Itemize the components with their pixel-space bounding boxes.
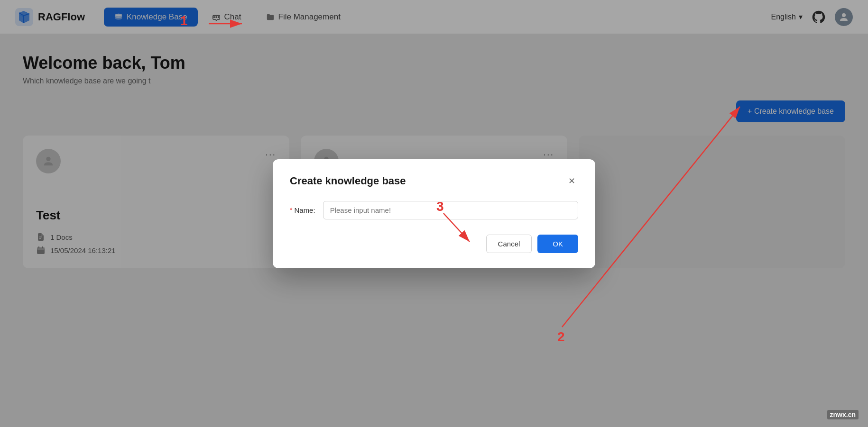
form-label-name: * Name:: [290, 206, 315, 214]
modal-close-button[interactable]: ✕: [565, 174, 578, 188]
modal-header: Create knowledge base ✕: [290, 174, 578, 188]
create-knowledge-base-modal: Create knowledge base ✕ * Name: Cancel O…: [273, 159, 595, 268]
watermark: znwx.cn: [827, 410, 859, 419]
knowledge-base-name-input[interactable]: [323, 201, 578, 219]
modal-body: * Name:: [290, 201, 578, 219]
modal-ok-button[interactable]: OK: [537, 235, 578, 253]
name-label-text: Name:: [294, 206, 315, 214]
modal-overlay: Create knowledge base ✕ * Name: Cancel O…: [0, 0, 868, 427]
modal-cancel-button[interactable]: Cancel: [486, 235, 532, 253]
form-row-name: * Name:: [290, 201, 578, 219]
required-star: *: [290, 206, 292, 214]
modal-footer: Cancel OK: [290, 235, 578, 253]
modal-title: Create knowledge base: [290, 175, 406, 187]
